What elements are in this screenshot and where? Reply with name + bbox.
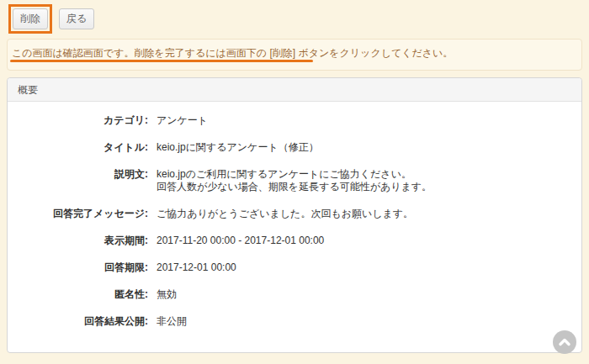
field-row-category: カテゴリ: アンケート — [8, 108, 581, 135]
field-label-category: カテゴリ: — [8, 114, 148, 127]
field-label-description: 説明文: — [8, 168, 148, 181]
delete-button-highlight-annotation: 削除 — [8, 4, 52, 34]
chevron-up-icon — [557, 335, 572, 350]
field-row-completion-message: 回答完了メッセージ: ご協力ありがとうございました。次回もお願いします。 — [8, 201, 581, 228]
summary-panel: 概要 カテゴリ: アンケート タイトル: keio.jpに関するアンケート（修正… — [7, 77, 582, 353]
field-value-anonymity: 無効 — [157, 288, 177, 301]
field-row-title: タイトル: keio.jpに関するアンケート（修正） — [8, 135, 581, 161]
notice-underline-annotation — [10, 60, 313, 62]
field-label-answer-deadline: 回答期限: — [8, 261, 148, 274]
field-value-description: keio.jpのご利用に関するアンケートにご協力ください。 回答人数が少ない場合… — [157, 168, 432, 193]
field-label-completion-message: 回答完了メッセージ: — [8, 208, 148, 220]
summary-panel-title: 概要 — [8, 78, 581, 102]
field-row-answer-deadline: 回答期限: 2017-12-01 00:00 — [8, 255, 581, 282]
delete-confirmation-page: { "toolbar": { "delete_button": "削除", "b… — [0, 0, 589, 364]
field-value-answer-deadline: 2017-12-01 00:00 — [157, 261, 236, 274]
field-value-result-publication: 非公開 — [157, 315, 187, 328]
field-row-display-period: 表示期間: 2017-11-20 00:00 - 2017-12-01 00:0… — [8, 228, 581, 255]
field-label-title: タイトル: — [8, 141, 148, 154]
field-label-anonymity: 匿名性: — [8, 288, 148, 301]
confirmation-notice-text: この画面は確認画面です。削除を完了するには画面下の [削除] ボタンをクリックし… — [12, 47, 453, 59]
field-label-display-period: 表示期間: — [8, 235, 148, 247]
field-row-anonymity: 匿名性: 無効 — [8, 282, 581, 309]
toolbar: 削除 戻る — [8, 4, 94, 34]
field-value-display-period: 2017-11-20 00:00 - 2017-12-01 00:00 — [157, 235, 324, 247]
back-button[interactable]: 戻る — [59, 8, 94, 29]
confirmation-notice: この画面は確認画面です。削除を完了するには画面下の [削除] ボタンをクリックし… — [7, 39, 582, 71]
field-row-description: 説明文: keio.jpのご利用に関するアンケートにご協力ください。 回答人数が… — [8, 161, 581, 201]
scroll-to-top-button[interactable] — [553, 330, 576, 354]
summary-panel-body: カテゴリ: アンケート タイトル: keio.jpに関するアンケート（修正） 説… — [8, 102, 581, 335]
field-row-result-publication: 回答結果公開: 非公開 — [8, 309, 581, 335]
field-label-result-publication: 回答結果公開: — [8, 315, 148, 328]
field-value-completion-message: ご協力ありがとうございました。次回もお願いします。 — [157, 208, 413, 220]
delete-button[interactable]: 削除 — [13, 8, 48, 29]
field-value-title: keio.jpに関するアンケート（修正） — [157, 141, 319, 154]
field-value-category: アンケート — [157, 114, 208, 127]
